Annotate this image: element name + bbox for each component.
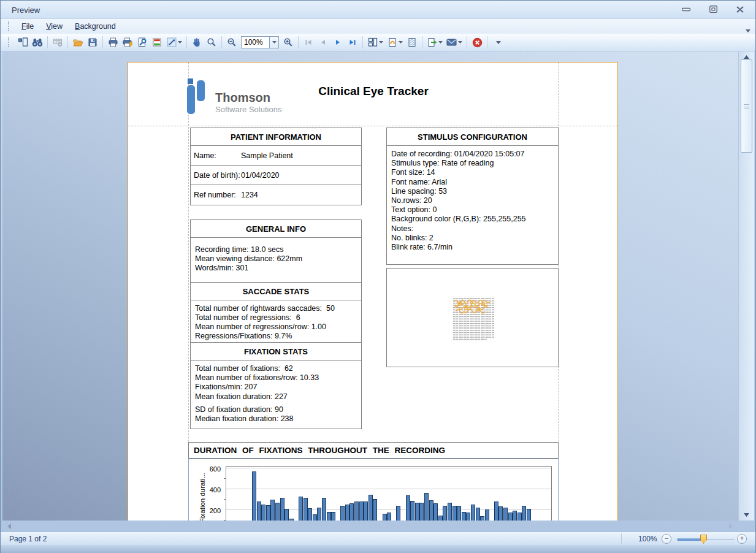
menu-file[interactable]: File: [15, 20, 40, 32]
chart-bar: [448, 503, 452, 521]
scroll-left-button[interactable]: [4, 522, 14, 530]
chart-bar: [457, 506, 461, 521]
close-window-button[interactable]: [732, 3, 748, 15]
watermark-icon: [407, 37, 417, 47]
zoom-out-icon: [227, 37, 237, 47]
chart-bar: [345, 505, 349, 521]
chart-y-axis: 200400600: [200, 466, 223, 521]
toolbar-separator: [221, 36, 222, 48]
stimulus-config-box: STIMULUS CONFIGURATION Date of recording…: [386, 128, 559, 265]
hand-tool-button[interactable]: [189, 35, 204, 50]
open-button[interactable]: [71, 35, 85, 50]
toolbar-overflow-button[interactable]: [491, 35, 506, 50]
zoom-tool-button[interactable]: [204, 35, 219, 50]
hand-tool-icon: [192, 37, 202, 47]
minimize-button[interactable]: [678, 3, 694, 15]
toolbar-separator: [362, 36, 363, 48]
toolbar-separator: [186, 36, 187, 48]
toolbar-separator: [298, 36, 299, 48]
saccade-stats-lines: Total number of rightwards saccades: 50 …: [191, 300, 361, 346]
zoom-slider-plus-button[interactable]: +: [737, 534, 747, 544]
watermark-button[interactable]: [405, 35, 419, 50]
export-button[interactable]: [425, 35, 445, 50]
last-page-button[interactable]: [345, 35, 360, 50]
chart-bar: [266, 505, 270, 521]
chart-bar: [480, 516, 484, 521]
table-row: Ref number: 1234: [191, 185, 361, 205]
next-page-button[interactable]: [330, 35, 345, 50]
maximize-button[interactable]: [705, 3, 721, 15]
scale-button[interactable]: [164, 35, 184, 50]
table-row: Name: Sample Patient: [191, 146, 361, 166]
menu-view[interactable]: View: [40, 20, 69, 32]
vertical-scroll-thumb[interactable]: [741, 59, 752, 153]
search-button[interactable]: [30, 35, 45, 50]
chart-bar: [261, 505, 265, 521]
zoom-combo-dropdown[interactable]: [269, 36, 279, 48]
chart-bar: [275, 503, 280, 521]
chart-bar: [429, 500, 433, 521]
scroll-right-button[interactable]: [726, 522, 736, 530]
quick-print-button[interactable]: [120, 35, 135, 50]
chart-bar: [396, 506, 400, 521]
menubar-grip[interactable]: [8, 21, 10, 31]
logo-name: Thomson: [215, 91, 270, 105]
preview-area[interactable]: Thomson Software Solutions Clinical Eye …: [2, 51, 738, 521]
prev-page-icon: [318, 37, 328, 47]
chart-bar: [340, 506, 345, 521]
chart-bar: [466, 513, 470, 521]
arrow-up-icon: [744, 55, 749, 59]
zoom-combo: [241, 36, 279, 48]
chart-bar: [485, 509, 489, 521]
chart-bar: [498, 506, 503, 521]
dropdown-icon: [272, 41, 277, 44]
page-color-button[interactable]: [385, 35, 405, 50]
preview-window: Preview File View Background: [0, 0, 756, 553]
zoom-slider-thumb[interactable]: [700, 535, 707, 544]
chart-bar: [527, 509, 531, 521]
zoom-out-button[interactable]: [224, 35, 239, 50]
toolbar-grip[interactable]: [8, 37, 10, 47]
chart-bar: [503, 508, 508, 521]
vertical-scrollbar[interactable]: [738, 51, 754, 521]
fixation-stats-lines: Total number of fixations: 62 Mean numbe…: [191, 360, 361, 429]
fixation-stats-box: FIXATION STATS Total number of fixations…: [190, 342, 362, 429]
close-preview-button[interactable]: [470, 35, 484, 50]
titlebar[interactable]: Preview: [1, 1, 755, 19]
chart-bar: [433, 503, 438, 521]
document-map-button[interactable]: [15, 35, 30, 50]
zoom-input[interactable]: [241, 36, 269, 48]
chart-bar: [452, 506, 457, 521]
stimulus-config-header: STIMULUS CONFIGURATION: [387, 128, 558, 146]
chart-bar: [359, 502, 364, 521]
print-button[interactable]: [105, 35, 120, 50]
fixation-stats-header: FIXATION STATS: [191, 343, 361, 360]
chart-bar: [462, 512, 466, 521]
header-footer-button[interactable]: [150, 35, 164, 50]
scale-icon: [167, 37, 177, 47]
email-button[interactable]: [445, 35, 464, 50]
thomson-logo-icon: [187, 78, 212, 115]
scroll-down-button[interactable]: [739, 510, 754, 520]
chart-section-header: DURATION OF FIXATIONS THROUGHOUT THE REC…: [188, 442, 559, 459]
patient-info-box: PATIENT INFORMATION Name: Sample Patient…: [190, 128, 362, 205]
horizontal-scrollbar[interactable]: [2, 521, 738, 532]
menubar: File View Background: [1, 19, 755, 34]
report-title: Clinical Eye Tracker: [275, 85, 472, 98]
last-page-icon: [348, 37, 357, 47]
arrow-left-icon: [7, 524, 11, 529]
multipage-icon: [368, 37, 378, 47]
zoom-in-button[interactable]: [281, 35, 296, 50]
multipage-button[interactable]: [365, 35, 385, 50]
page-setup-button[interactable]: [135, 35, 150, 50]
chart-bar: [387, 513, 391, 521]
save-button[interactable]: [85, 35, 100, 50]
chevron-down-icon: [746, 29, 750, 32]
zoom-slider-minus-button[interactable]: −: [662, 534, 671, 544]
toolbar-separator: [467, 36, 467, 48]
menu-background[interactable]: Background: [69, 20, 122, 32]
chart-bar: [270, 500, 275, 521]
dropdown-icon: [438, 41, 443, 44]
stimulus-config-lines: Date of recording: 01/04/2020 15:05:07 S…: [387, 146, 558, 257]
chart-bar: [406, 495, 410, 521]
